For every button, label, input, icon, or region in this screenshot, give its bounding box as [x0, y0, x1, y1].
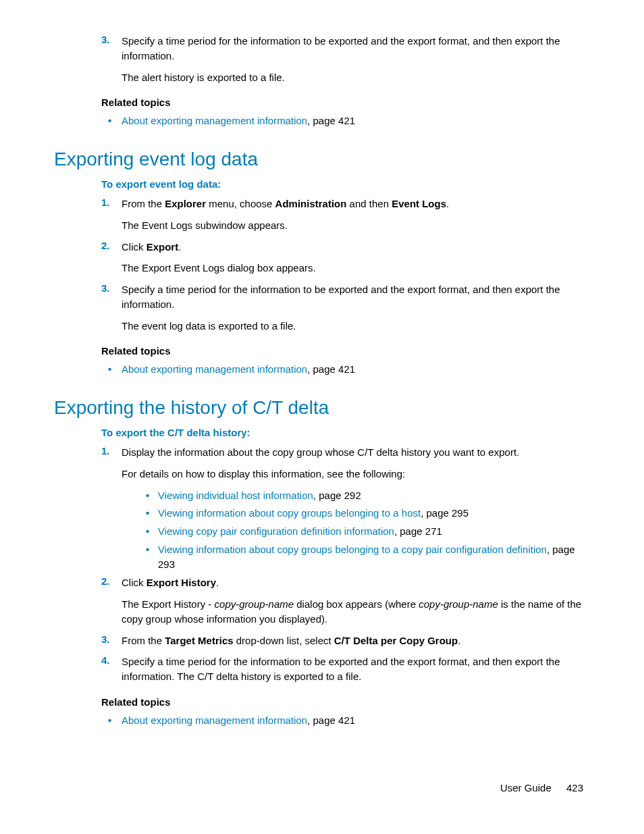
document-page: 3. Specify a time period for the informa…	[0, 0, 644, 764]
page-footer: User Guide 423	[500, 782, 583, 793]
step-text: Specify a time period for the informatio…	[122, 654, 590, 684]
ctdelta-steps: 1. Display the information about the cop…	[101, 445, 590, 684]
step-text: Specify a time period for the informatio…	[122, 282, 590, 312]
related-topic-item: About exporting management information, …	[101, 362, 590, 377]
related-topic-item: About exporting management information, …	[101, 713, 590, 728]
xref-link[interactable]: Viewing information about copy groups be…	[158, 544, 547, 555]
related-topic-item: About exporting management information, …	[101, 113, 590, 128]
related-topics-list: About exporting management information, …	[101, 362, 590, 377]
top-step-3: 3. Specify a time period for the informa…	[101, 34, 590, 84]
section-heading-ctdelta: Exporting the history of C/T delta	[54, 397, 590, 419]
xref-item: Viewing information about copy groups be…	[142, 542, 590, 572]
xref-item: Viewing individual host information, pag…	[142, 488, 590, 503]
step-text: Display the information about the copy g…	[122, 445, 590, 460]
step-text: From the Target Metrics drop-down list, …	[122, 633, 590, 648]
step-text: The alert history is exported to a file.	[122, 70, 590, 85]
top-steps: 3. Specify a time period for the informa…	[101, 34, 590, 84]
xref-link[interactable]: Viewing individual host information	[158, 490, 313, 501]
step-text: The event log data is exported to a file…	[122, 319, 590, 334]
ctdelta-step-1: 1. Display the information about the cop…	[101, 445, 590, 571]
step-number: 1.	[101, 445, 110, 457]
step-number: 1.	[101, 197, 110, 208]
xref-item: Viewing copy pair configuration definiti…	[142, 524, 590, 539]
step-number: 2.	[101, 240, 110, 251]
related-topics-heading: Related topics	[101, 696, 590, 708]
step-text: Click Export History.	[122, 575, 590, 590]
procedure-heading: To export event log data:	[101, 178, 590, 190]
step-text: The Export Event Logs dialog box appears…	[122, 261, 590, 276]
page-ref: , page 421	[307, 363, 355, 375]
related-link[interactable]: About exporting management information	[122, 363, 307, 375]
related-topics-heading: Related topics	[101, 97, 590, 108]
footer-label: User Guide	[500, 782, 552, 793]
eventlog-step-3: 3. Specify a time period for the informa…	[101, 282, 590, 333]
ctdelta-step-3: 3. From the Target Metrics drop-down lis…	[101, 633, 590, 648]
related-topics-list: About exporting management information, …	[101, 713, 590, 728]
procedure-heading: To export the C/T delta history:	[101, 427, 590, 438]
xref-item: Viewing information about copy groups be…	[142, 506, 590, 521]
step-number: 2.	[101, 575, 110, 587]
page-ref: , page 421	[307, 115, 355, 126]
step-number: 4.	[101, 654, 110, 666]
eventlog-step-1: 1. From the Explorer menu, choose Admini…	[101, 197, 590, 233]
footer-page-number: 423	[566, 782, 583, 793]
step-number: 3.	[101, 282, 110, 294]
step-number: 3.	[101, 633, 110, 645]
xref-link[interactable]: Viewing information about copy groups be…	[158, 507, 421, 519]
related-topics-heading: Related topics	[101, 345, 590, 357]
step-text: Specify a time period for the informatio…	[122, 34, 590, 63]
related-link[interactable]: About exporting management information	[122, 714, 307, 726]
xref-link[interactable]: Viewing copy pair configuration definiti…	[158, 525, 394, 537]
step-number: 3.	[101, 34, 110, 45]
related-topics-list: About exporting management information, …	[101, 113, 590, 128]
section-heading-eventlog: Exporting event log data	[54, 149, 590, 170]
eventlog-steps: 1. From the Explorer menu, choose Admini…	[101, 197, 590, 333]
xref-list: Viewing individual host information, pag…	[142, 488, 590, 572]
step-text: From the Explorer menu, choose Administr…	[122, 197, 590, 211]
related-link[interactable]: About exporting management information	[122, 115, 307, 126]
ctdelta-step-2: 2. Click Export History. The Export Hist…	[101, 575, 590, 626]
page-ref: , page 292	[313, 490, 361, 501]
step-text: The Event Logs subwindow appears.	[122, 218, 590, 233]
step-text: The Export History - copy-group-name dia…	[122, 597, 590, 627]
step-text: For details on how to display this infor…	[122, 467, 590, 481]
page-ref: , page 271	[394, 525, 442, 537]
step-text: Click Export.	[122, 240, 590, 255]
page-ref: , page 295	[421, 507, 468, 519]
page-ref: , page 421	[307, 714, 355, 726]
eventlog-step-2: 2. Click Export. The Export Event Logs d…	[101, 240, 590, 276]
ctdelta-step-4: 4. Specify a time period for the informa…	[101, 654, 590, 684]
